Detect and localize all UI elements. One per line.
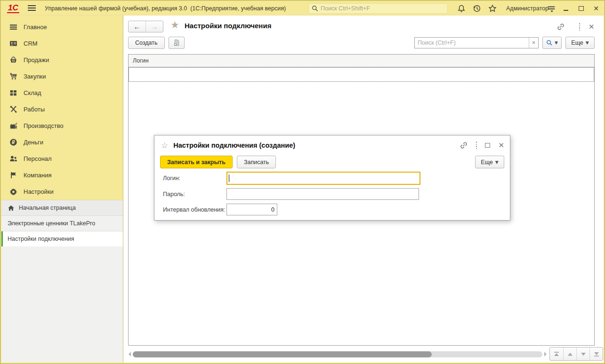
sidebar-item-label: Работы	[24, 106, 45, 113]
notifications-bell-icon[interactable]	[457, 4, 466, 13]
sidebar-item-zakupki[interactable]: Закупки	[1, 68, 123, 85]
dialog-close-icon[interactable]: ✕	[498, 142, 504, 149]
dialog-more-kebab-icon[interactable]	[476, 142, 477, 149]
nav-item-label: Настройки подключения	[8, 236, 74, 242]
list-search-input[interactable]	[415, 38, 529, 48]
sidebar-item-label: Продажи	[24, 56, 49, 63]
login-field-label: Логин:	[163, 175, 180, 182]
basket-icon	[9, 56, 17, 64]
close-form-icon[interactable]: ✕	[589, 23, 597, 31]
save-and-close-button[interactable]: Записать и закрыть	[160, 156, 233, 168]
scroll-right-arrow[interactable]	[544, 352, 547, 356]
dialog-favorite-star-icon[interactable]: ☆	[161, 141, 168, 150]
svg-text:₽: ₽	[12, 140, 15, 145]
text-cursor	[229, 174, 229, 182]
sidebar-item-prodazhi[interactable]: Продажи	[1, 52, 123, 68]
sidebar-item-dengi[interactable]: ₽Деньги	[1, 134, 123, 150]
horizontal-scrollbar	[129, 350, 547, 358]
nav-item-conn[interactable]: Настройки подключения	[1, 231, 123, 246]
more-actions-kebab-icon[interactable]	[575, 23, 584, 31]
scrollbar-thumb[interactable]	[133, 351, 432, 357]
sidebar-item-personal[interactable]: Персонал	[1, 150, 123, 167]
sidebar-item-crm[interactable]: CRM	[1, 35, 123, 52]
save-button[interactable]: Записать	[237, 156, 276, 168]
sidebar-item-label: Деньги	[24, 139, 43, 146]
nav-item-home[interactable]: Начальная страница	[1, 200, 123, 215]
list-search: ×	[414, 37, 539, 48]
sidebar-item-nastroyki[interactable]: Настройки	[1, 183, 123, 200]
sidebar-item-raboty[interactable]: Работы	[1, 101, 123, 118]
copy-document-icon	[173, 39, 180, 47]
go-next-row-button[interactable]	[576, 348, 589, 360]
forward-button[interactable]: →	[146, 21, 163, 32]
favorites-star-icon[interactable]	[488, 4, 497, 13]
password-field-label: Пароль:	[163, 191, 185, 198]
menu-icon	[9, 23, 17, 31]
dialog-command-bar: Записать и закрыть Записать Еще ▼	[160, 156, 504, 168]
favorite-star-icon[interactable]: ★	[170, 19, 179, 31]
factory-icon	[9, 122, 17, 130]
global-search[interactable]	[308, 3, 448, 14]
sidebar-item-label: Закупки	[24, 73, 46, 80]
page-title: Настройки подключения	[185, 22, 271, 30]
nav-item-label: Электронные ценники TLakePro	[8, 220, 95, 227]
history-icon[interactable]	[473, 4, 481, 13]
nav-item-tlakepro[interactable]: Электронные ценники TLakePro	[1, 215, 123, 231]
titlebar: 1С Управление нашей фирмой (учебная), ре…	[1, 1, 604, 16]
current-user[interactable]: Администратор	[506, 5, 549, 12]
tools-icon	[9, 105, 17, 113]
sidebar-item-label: Главное	[24, 24, 47, 31]
back-button[interactable]: ←	[129, 21, 146, 32]
refresh-interval-field-label: Интервал обновления:	[163, 206, 225, 213]
sidebar-sections: ГлавноеCRMПродажиЗакупкиСкладРаботыПроиз…	[1, 16, 123, 200]
clear-search-icon[interactable]: ×	[529, 38, 538, 48]
login-field[interactable]	[226, 172, 420, 185]
service-menu-icon[interactable]	[547, 4, 556, 13]
search-icon	[312, 5, 318, 12]
sidebar-item-label: Склад	[24, 89, 41, 96]
column-header-login[interactable]: Логин	[129, 55, 594, 67]
people-icon	[9, 155, 17, 163]
app-title: Управление нашей фирмой (учебная), редак…	[45, 5, 286, 12]
connection-settings-dialog: ☆ Настройки подключения (создание) ✕ Зап…	[154, 135, 510, 221]
password-field[interactable]	[226, 188, 419, 200]
go-prev-row-button[interactable]	[563, 348, 576, 360]
window-maximize-button[interactable]	[576, 4, 586, 13]
create-button[interactable]: Создать	[128, 37, 165, 49]
create-by-copy-button[interactable]	[169, 37, 185, 49]
sidebar-item-kompaniya[interactable]: Компания	[1, 167, 123, 183]
history-nav-buttons: ← →	[128, 21, 163, 32]
get-link-icon[interactable]	[557, 23, 565, 31]
go-first-row-button[interactable]	[550, 348, 563, 360]
magnifier-icon	[546, 40, 553, 46]
dialog-get-link-icon[interactable]	[460, 141, 468, 150]
main-menu-icon[interactable]	[28, 5, 36, 11]
dialog-header: ☆ Настройки подключения (создание) ✕	[161, 139, 504, 151]
sidebar-item-label: CRM	[24, 40, 38, 47]
list-more-button[interactable]: Еще ▼	[565, 37, 595, 49]
global-search-input[interactable]	[321, 5, 444, 12]
dialog-maximize-icon[interactable]	[485, 143, 490, 148]
sidebar-item-glavnoe[interactable]: Главное	[1, 19, 123, 35]
ruble-coin-icon: ₽	[9, 138, 17, 146]
window-minimize-button[interactable]	[561, 4, 571, 13]
sidebar-item-proizvodstvo[interactable]: Производство	[1, 118, 123, 134]
crm-card-icon	[9, 40, 17, 47]
sidebar-item-label: Компания	[24, 172, 52, 179]
sidebar-item-sklad[interactable]: Склад	[1, 85, 123, 101]
table-current-row[interactable]	[129, 67, 594, 82]
go-last-row-button[interactable]	[589, 348, 603, 360]
warehouse-icon	[9, 89, 17, 97]
chevron-down-icon: ▼	[586, 40, 589, 45]
refresh-interval-field[interactable]	[226, 204, 277, 215]
window-close-button[interactable]: ✕	[591, 4, 601, 13]
sidebar-nav: Начальная страницаЭлектронные ценники TL…	[1, 200, 123, 246]
sidebar-item-label: Персонал	[24, 155, 52, 162]
scroll-left-arrow[interactable]	[129, 352, 131, 356]
sidebar-item-label: Производство	[24, 122, 64, 129]
dialog-title: Настройки подключения (создание)	[173, 142, 295, 149]
search-options-button[interactable]: ▼	[542, 37, 562, 49]
scrollbar-track[interactable]	[133, 351, 542, 357]
1c-logo-icon: 1С	[7, 3, 19, 13]
dialog-more-button[interactable]: Еще ▼	[475, 156, 504, 168]
